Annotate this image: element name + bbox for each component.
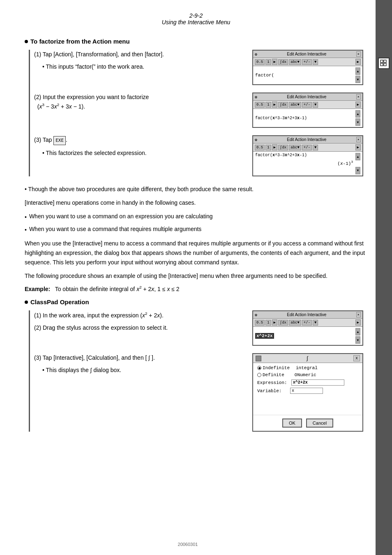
page-header: 2-9-2 Using the Interactive Menu bbox=[25, 12, 367, 25]
step2-left: (2) Input the expression you want to fac… bbox=[34, 92, 244, 114]
tb2-7[interactable]: ▼ bbox=[313, 102, 318, 108]
radio-indefinite[interactable]: Indefinite bbox=[257, 365, 290, 370]
tb4-1[interactable]: 0.5 bbox=[255, 320, 265, 326]
tb3-2[interactable]: 1 bbox=[265, 145, 271, 150]
step5-left: (3) Tap [Interactive], [Calculation], an… bbox=[34, 353, 244, 378]
tb4-5[interactable]: abc▼ bbox=[289, 320, 301, 326]
calc-body-line-4: x^2+2x ▲ ▼ bbox=[255, 328, 360, 344]
toolbar-btn-1[interactable]: 0.5 bbox=[255, 59, 265, 65]
calc-toolbar-3: 0.5 1 ▶ ∫dx abc▼ +/- ▼ ▶ bbox=[253, 143, 362, 152]
toolbar-btn-5[interactable]: abc▼ bbox=[289, 59, 301, 65]
svg-rect-2 bbox=[380, 63, 383, 66]
cancel-button[interactable]: Cancel bbox=[306, 419, 333, 428]
calc-body-1: factor( ▲ ▼ bbox=[253, 66, 362, 84]
section-factorize: To factorize from the Action menu (1) Ta… bbox=[25, 38, 367, 176]
tb3-3[interactable]: ▶ bbox=[272, 144, 277, 150]
bullet-item-1: • When you want to use a command on an e… bbox=[25, 212, 367, 222]
tb2-2[interactable]: 1 bbox=[265, 102, 271, 108]
tb4-3[interactable]: ▶ bbox=[272, 319, 277, 326]
exe-key: EXE bbox=[53, 136, 66, 145]
input-variable[interactable] bbox=[290, 388, 323, 394]
dialog-close-btn[interactable]: x bbox=[353, 355, 360, 361]
para1: • Though the above two procedures are qu… bbox=[25, 185, 367, 194]
scroll-up-2[interactable]: ▲ bbox=[355, 110, 360, 118]
dialog-container: ∫ x Indefinite integral bbox=[252, 353, 367, 432]
svg-rect-1 bbox=[384, 60, 386, 62]
dialog-row-1: Indefinite integral bbox=[257, 365, 358, 370]
chapter-subtitle: Using the Interactive Menu bbox=[25, 19, 367, 25]
scroll-down[interactable]: ▼ bbox=[355, 76, 360, 83]
screen4: ✿ Edit Action Interactive ✕ 0.5 1 ▶ ∫dx … bbox=[252, 310, 367, 346]
tb2-8[interactable]: ▶ bbox=[355, 102, 361, 108]
radio-dot-definite[interactable] bbox=[257, 373, 261, 377]
bullet-item-2: • When you want to use a command that re… bbox=[25, 224, 367, 235]
section1-title-text: To factorize from the Action menu bbox=[30, 38, 130, 45]
bullet-text-1: When you want to use a command on an exp… bbox=[29, 212, 213, 221]
toolbar-btn-3[interactable]: ▶ bbox=[272, 59, 277, 65]
toolbar-btn-6[interactable]: +/- bbox=[302, 59, 312, 65]
label-integral: integral bbox=[296, 365, 318, 370]
step4-1: (1) In the work area, input the expressi… bbox=[34, 310, 244, 320]
step5-number: (3) Tap [Interactive], [Calculation], an… bbox=[34, 353, 244, 362]
input-expression[interactable] bbox=[291, 379, 344, 386]
step3-left: (3) Tap EXE. • This factorizes the selec… bbox=[34, 135, 244, 161]
tb2-5[interactable]: abc▼ bbox=[289, 102, 301, 108]
toolbar-btn-2[interactable]: 1 bbox=[265, 59, 271, 65]
calc-header-2-text: Edit Action Interactive bbox=[258, 95, 355, 99]
ok-button[interactable]: OK bbox=[282, 419, 302, 428]
tb4-6[interactable]: +/- bbox=[302, 320, 312, 326]
bullet-dot-2 bbox=[25, 301, 28, 304]
label-onumeric: ONumeric bbox=[295, 372, 316, 377]
example-label: Example: bbox=[25, 286, 50, 292]
tb3-1[interactable]: 0.5 bbox=[255, 145, 265, 150]
step1-left: (1) Tap [Action], [Transformation], and … bbox=[34, 50, 244, 75]
bullet-text-2: When you want to use a command that requ… bbox=[29, 224, 201, 234]
calc-screen-3: ✿ Edit Action Interactive ✕ 0.5 1 ▶ ∫dx … bbox=[252, 135, 363, 176]
tb4-7[interactable]: ▼ bbox=[313, 320, 318, 326]
label-expression: Expression: bbox=[257, 380, 287, 385]
integral-dialog: ∫ x Indefinite integral bbox=[252, 353, 363, 432]
tb2-6[interactable]: +/- bbox=[302, 102, 312, 108]
scroll-up-4[interactable]: ▲ bbox=[355, 328, 360, 335]
tb3-7[interactable]: ▼ bbox=[313, 145, 318, 150]
section-classpad: ClassPad Operation (1) In the work area,… bbox=[25, 298, 367, 432]
step3-row: (3) Tap EXE. • This factorizes the selec… bbox=[34, 135, 367, 176]
tb3-5[interactable]: abc▼ bbox=[289, 145, 301, 150]
dialog-title: ∫ bbox=[261, 355, 353, 361]
step1-number: (1) Tap [Action], [Transformation], and … bbox=[34, 50, 244, 59]
radio-dot-indefinite[interactable] bbox=[257, 366, 261, 370]
scroll-up-3[interactable]: ▲ bbox=[355, 153, 360, 160]
tb4-2[interactable]: 1 bbox=[265, 320, 271, 326]
radio-definite[interactable]: Definite bbox=[257, 372, 284, 377]
para4: The following procedure shows an example… bbox=[25, 271, 367, 281]
toolbar-btn-7[interactable]: ▼ bbox=[313, 59, 318, 65]
tb2-4[interactable]: ∫dx bbox=[278, 102, 288, 108]
calc-screen-2: ✿ Edit Action Interactive ✕ 0.5 1 ▶ ∫dx … bbox=[252, 92, 363, 128]
calc-toolbar-1: 0.5 1 ▶ ∫dx abc▼ +/- ▼ ▶ bbox=[253, 58, 362, 66]
step4-row: (1) In the work area, input the expressi… bbox=[34, 310, 367, 346]
tb4-8[interactable]: ▶ bbox=[355, 319, 361, 326]
toolbar-btn-4[interactable]: ∫dx bbox=[278, 59, 288, 65]
step3-bullet: • This factorizes the selected expressio… bbox=[42, 148, 244, 157]
scroll-down-4[interactable]: ▼ bbox=[355, 336, 360, 344]
page: 2-9-2 Using the Interactive Menu To fact… bbox=[0, 0, 392, 555]
calc-header-4-text: Edit Action Interactive bbox=[258, 312, 355, 317]
example-line: Example: To obtain the definite integral… bbox=[25, 285, 367, 292]
tb2-1[interactable]: 0.5 bbox=[255, 102, 265, 108]
tb3-4[interactable]: ∫dx bbox=[278, 145, 288, 150]
tb4-4[interactable]: ∫dx bbox=[278, 320, 288, 326]
scroll-up[interactable]: ▲ bbox=[355, 67, 360, 75]
calc-body-line-3a: factor(x^3-3x^2+3x-1) ▲ bbox=[255, 153, 360, 160]
scroll-down-3[interactable]: ▼ bbox=[355, 167, 360, 174]
label-variable: Variable: bbox=[257, 388, 286, 393]
step1-block: (1) Tap [Action], [Transformation], and … bbox=[29, 50, 367, 176]
radio-label-indefinite: Indefinite bbox=[263, 365, 290, 370]
tb3-6[interactable]: +/- bbox=[302, 145, 312, 150]
toolbar-btn-8[interactable]: ▶ bbox=[355, 59, 361, 65]
tb3-8[interactable]: ▶ bbox=[355, 144, 361, 150]
calc-body-3: factor(x^3-3x^2+3x-1) ▲ (x-1)3 ▼ bbox=[253, 152, 362, 176]
tb2-3[interactable]: ▶ bbox=[272, 102, 277, 108]
scroll-down-2[interactable]: ▼ bbox=[355, 118, 360, 126]
classpad-title-text: ClassPad Operation bbox=[30, 298, 89, 305]
calc-body-line-1: factor( ▲ ▼ bbox=[255, 67, 360, 83]
